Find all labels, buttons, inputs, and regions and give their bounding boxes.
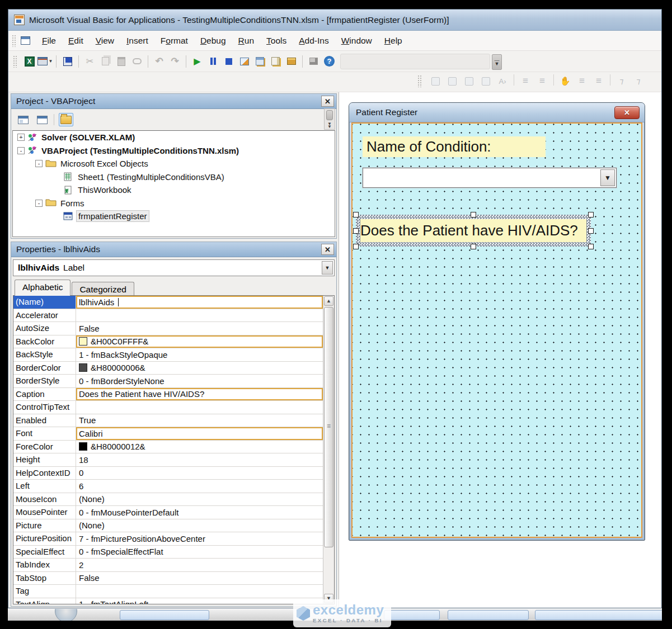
property-row[interactable]: MouseIcon(None) [13,493,323,507]
view-code-icon[interactable] [16,113,30,126]
menu-item-add-ins[interactable]: Add-Ins [293,32,335,49]
property-name[interactable]: ForeColor [13,441,76,453]
scrollbar-thumb[interactable] [324,307,333,547]
property-value[interactable]: True [76,414,323,427]
property-value[interactable]: 0 - fmMousePointerDefault [76,506,323,519]
property-name[interactable]: Tag [13,585,76,598]
property-name[interactable]: Height [13,453,76,466]
userform-title-bar[interactable]: Patient Register [349,103,645,122]
property-row[interactable]: BorderColor&H80000006& [13,362,323,375]
paste-icon[interactable] [114,54,128,68]
property-value[interactable]: (None) [76,519,323,532]
selection-handle[interactable] [588,244,594,249]
property-name[interactable]: Left [13,480,76,493]
taskbar-button[interactable] [384,610,440,620]
property-value[interactable]: 7 - fmPicturePositionAboveCenter [76,532,323,545]
text-direction-icon[interactable]: A› [496,74,509,88]
property-name[interactable]: PicturePosition [13,532,76,545]
title-bar[interactable]: Microsoft Visual Basic for Applications … [8,10,661,31]
condition-combobox[interactable]: ▼ [363,168,617,188]
property-value[interactable]: 0 - fmBorderStyleNone [76,375,323,387]
property-name[interactable]: SpecialEffect [13,546,76,559]
property-name[interactable]: (Name) [13,296,76,309]
property-value[interactable]: &H00C0FFFF& [76,335,323,348]
property-row[interactable]: AutoSizeFalse [13,322,323,335]
property-row[interactable]: Height18 [13,453,323,467]
project-explorer-icon[interactable] [253,54,267,68]
tree-item[interactable]: Sheet1 (TestingMultipleConditionsVBA) [13,171,335,184]
tab-alphabetic[interactable]: Alphabetic [15,280,71,296]
align-lines-icon[interactable]: ≡ [575,74,589,88]
scroll-up-icon[interactable]: ▲ [324,296,333,306]
property-name[interactable]: Picture [13,519,76,532]
userform-designer-window[interactable]: Patient Register ✕ Name of Condition: ▼ … [349,102,645,541]
property-name[interactable]: ControlTipText [13,401,76,414]
toolbar-grip-icon[interactable] [417,75,422,87]
collapse-icon[interactable]: - [35,200,43,207]
property-name[interactable]: TabStop [13,572,76,585]
property-value[interactable]: 0 [76,467,323,480]
tree-item[interactable]: -Forms [13,197,335,210]
selection-handle[interactable] [471,244,476,249]
selection-handle[interactable] [588,228,594,234]
hiv-label[interactable]: Does the Patient have HIV/AIDS? [360,219,586,242]
copy-icon[interactable] [98,54,112,68]
break-icon[interactable] [206,54,220,68]
property-name[interactable]: BackStyle [13,348,76,361]
menu-item-window[interactable]: Window [335,32,378,49]
property-name[interactable]: MouseIcon [13,493,76,506]
property-row[interactable]: Left6 [13,480,323,493]
property-name[interactable]: BorderStyle [13,375,76,387]
taskbar-button[interactable] [120,610,209,620]
save-icon[interactable] [60,54,74,68]
property-row[interactable]: Picture(None) [13,519,323,533]
menu-item-help[interactable]: Help [378,32,408,49]
property-name[interactable]: Caption [13,388,76,401]
close-icon[interactable]: ✕ [321,96,334,107]
property-row[interactable]: Accelerator [13,309,323,323]
tab-categorized[interactable]: Categorized [72,282,134,296]
tree-item-label[interactable]: Sheet1 (TestingMultipleConditionsVBA) [76,172,226,182]
property-row[interactable]: Tag [13,585,323,598]
tree-item-label[interactable]: frmpatientRegister [76,210,149,222]
property-value[interactable]: lblhivAids [76,296,323,309]
tree-item[interactable]: -Microsoft Excel Objects [13,157,335,171]
tree-item-label[interactable]: VBAProject (TestingMultipleConditionsTNN… [40,145,241,156]
userform-close-icon[interactable]: ✕ [614,106,640,119]
menu-item-insert[interactable]: Insert [120,32,154,49]
property-name[interactable]: Font [13,427,76,440]
reset-icon[interactable] [222,54,236,68]
tree-item-label[interactable]: Microsoft Excel Objects [59,158,150,169]
selection-handle[interactable] [588,212,594,217]
property-row[interactable]: SpecialEffect0 - fmSpecialEffectFlat [13,546,323,559]
property-value[interactable]: False [76,572,323,585]
taskbar-button[interactable] [535,610,662,620]
toolbox-icon[interactable] [284,54,298,68]
tree-item[interactable]: frmpatientRegister [13,210,335,223]
group-icon[interactable] [479,74,492,88]
toolbar-grip-icon[interactable] [12,35,16,47]
selection-handle[interactable] [471,212,476,217]
tree-item-label[interactable]: ThisWorkbook [76,185,133,195]
run-icon[interactable]: ▶ [190,54,204,68]
project-panel-header[interactable]: Project - VBAProject ✕ [11,94,336,109]
property-name[interactable]: BackColor [13,335,76,348]
property-name[interactable]: BorderColor [13,362,76,375]
close-icon[interactable]: ✕ [321,244,334,255]
property-row[interactable]: MousePointer0 - fmMousePointerDefault [13,506,323,519]
property-row[interactable]: HelpContextID0 [13,467,323,480]
property-row[interactable]: EnabledTrue [13,414,323,428]
property-row[interactable]: (Name)lblhivAids [13,296,323,309]
object-selector[interactable]: lblhivAids Label ▼ [13,259,335,276]
help-icon[interactable]: ? [322,54,336,68]
property-row[interactable]: TabStopFalse [13,572,323,585]
property-value[interactable]: (None) [76,493,323,506]
property-value[interactable] [76,401,323,414]
property-row[interactable]: ControlTipText [13,401,323,414]
property-value[interactable]: 2 [76,559,323,571]
properties-panel-header[interactable]: Properties - lblhivAids ✕ [11,242,336,257]
property-value[interactable]: &H80000006& [76,362,323,375]
property-value[interactable] [76,585,323,598]
taskbar-button[interactable] [448,610,529,620]
selection-handle[interactable] [353,212,359,217]
